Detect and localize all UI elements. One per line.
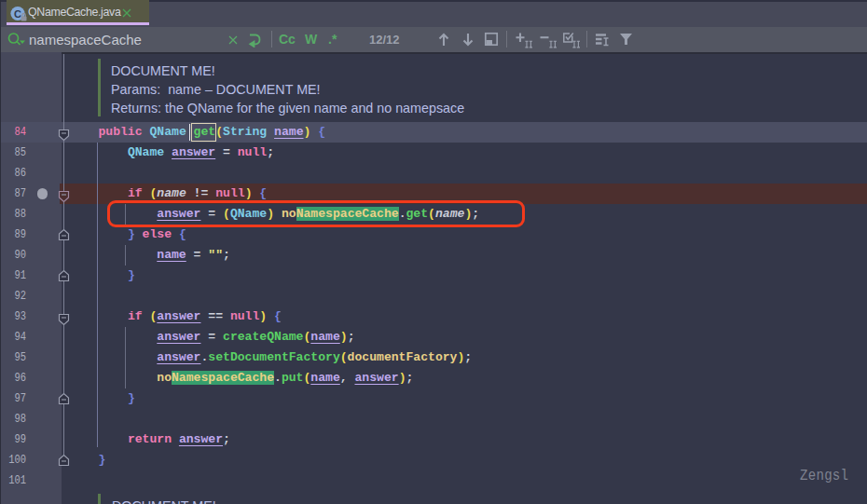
svg-text:C: C <box>14 8 21 20</box>
